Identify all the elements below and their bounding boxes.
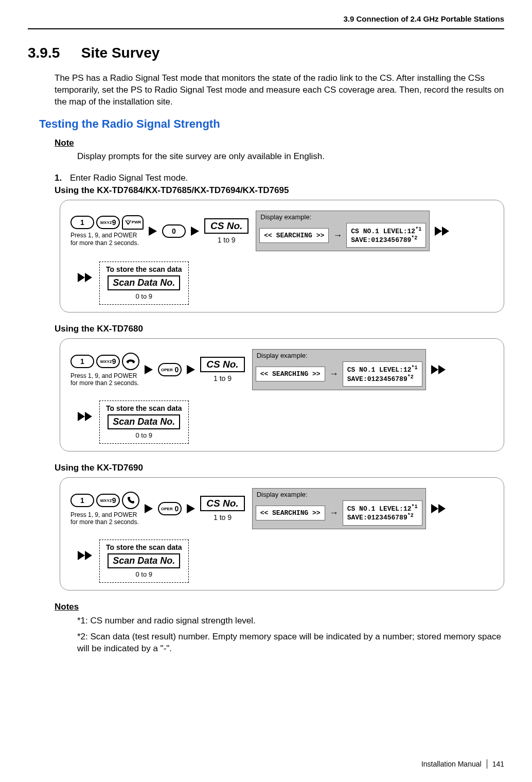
double-arrow-icon (78, 412, 93, 421)
svg-marker-15 (85, 412, 92, 421)
footer-page: 141 (492, 760, 504, 768)
key-9: WXYZ9 (96, 494, 120, 507)
flow-diagram: 1WXYZ9Press 1, 9, and POWERfor more than… (60, 477, 504, 590)
note-2: *2: Scan data (test result) number. Empt… (77, 631, 504, 655)
display-label: Display example: (260, 213, 426, 221)
note-label: Note (55, 138, 504, 148)
double-arrow-icon (431, 365, 447, 374)
flow-diagram: 1WXYZ9PWRPress 1, 9, and POWERfor more t… (60, 200, 504, 313)
svg-marker-19 (438, 504, 446, 513)
key-0: OPER 0 (158, 363, 182, 376)
arrow-icon (145, 365, 153, 374)
lcd-result: CS NO.1 LEVEL:12*1SAVE:0123456789*2 (343, 500, 422, 526)
lcd-result: CS NO.1 LEVEL:12*1SAVE:0123456789*2 (346, 223, 426, 248)
note-1: *1: CS number and radio signal strength … (77, 615, 504, 627)
notes-label: Notes (55, 602, 504, 612)
svg-marker-16 (145, 504, 153, 513)
key-1: 1 (70, 355, 94, 368)
svg-marker-11 (187, 365, 195, 374)
arrow-icon (145, 504, 153, 513)
cs-no-box: CS No. (200, 357, 244, 372)
svg-marker-8 (78, 273, 85, 282)
flow-heading: Using the KX-TD7680 (55, 324, 504, 334)
store-label: To store the scan data (106, 543, 182, 551)
store-scan-box: To store the scan dataScan Data No.0 to … (99, 401, 189, 444)
lcd-searching: << SEARCHING >> (256, 506, 325, 520)
section-name: Site Survey (81, 45, 160, 61)
svg-marker-18 (431, 504, 438, 513)
scan-data-no-box: Scan Data No. (108, 553, 180, 568)
arrow-icon (191, 227, 199, 236)
store-scan-box: To store the scan dataScan Data No.0 to … (99, 262, 189, 305)
key-9: WXYZ9 (96, 216, 120, 229)
step-text: Enter Radio Signal Test mode. (70, 173, 188, 183)
scan-data-no-box: Scan Data No. (108, 275, 180, 290)
flow-diagram: 1WXYZ9Press 1, 9, and POWERfor more than… (60, 338, 504, 451)
display-label: Display example: (257, 491, 422, 498)
arrow-icon (187, 504, 195, 513)
svg-line-3 (128, 220, 129, 221)
svg-marker-20 (78, 551, 85, 560)
scan-range: 0 to 9 (136, 292, 153, 300)
intro-paragraph: The PS has a Radio Signal Test mode that… (55, 73, 504, 108)
scan-range: 0 to 9 (136, 570, 153, 578)
key-0: 0 (162, 224, 186, 238)
svg-marker-17 (187, 504, 195, 513)
svg-marker-12 (431, 365, 438, 374)
store-label: To store the scan data (106, 404, 182, 412)
arrow-right-icon: → (329, 508, 339, 518)
press-note: Press 1, 9, and POWERfor more than 2 sec… (70, 372, 139, 387)
double-arrow-icon (431, 504, 447, 513)
section-title: 3.9.5 Site Survey (28, 45, 504, 61)
svg-marker-7 (442, 227, 449, 236)
lcd-result: CS NO.1 LEVEL:12*1SAVE:0123456789*2 (343, 361, 422, 387)
header-section: 3.9 Connection of 2.4 GHz Portable Stati… (28, 14, 504, 23)
store-scan-box: To store the scan dataScan Data No.0 to … (99, 540, 189, 583)
svg-marker-10 (145, 365, 153, 374)
cs-range: 1 to 9 (214, 374, 232, 383)
power-key (122, 353, 139, 370)
double-arrow-icon (78, 551, 93, 560)
double-arrow-icon (435, 227, 450, 236)
svg-marker-6 (435, 227, 442, 236)
lcd-searching: << SEARCHING >> (256, 367, 325, 381)
svg-marker-9 (85, 273, 92, 282)
header-divider (28, 28, 504, 29)
arrow-icon (149, 227, 157, 236)
footer-doc: Installation Manual (421, 760, 482, 768)
press-note: Press 1, 9, and POWERfor more than 2 sec… (70, 232, 139, 247)
svg-marker-13 (438, 365, 446, 374)
key-1: 1 (70, 216, 94, 229)
cs-range: 1 to 9 (218, 236, 236, 244)
cs-no-box: CS No. (204, 218, 249, 234)
subsection-title: Testing the Radio Signal Strength (39, 117, 504, 131)
svg-marker-4 (149, 227, 157, 236)
double-arrow-icon (78, 273, 93, 282)
arrow-right-icon: → (333, 230, 342, 241)
display-example: Display example:<< SEARCHING >>→CS NO.1 … (252, 349, 426, 390)
svg-marker-21 (85, 551, 92, 560)
display-example: Display example:<< SEARCHING >>→CS NO.1 … (252, 488, 426, 529)
arrow-right-icon: → (329, 369, 339, 379)
power-key: PWR (122, 215, 144, 230)
key-1: 1 (70, 494, 94, 507)
cs-no-box: CS No. (200, 496, 244, 511)
step-number: 1. (55, 173, 70, 183)
display-label: Display example: (257, 352, 422, 359)
svg-marker-14 (78, 412, 85, 421)
power-key (122, 492, 139, 509)
scan-data-no-box: Scan Data No. (108, 414, 180, 429)
cs-range: 1 to 9 (214, 513, 232, 522)
key-9: WXYZ9 (96, 355, 120, 368)
page-footer: Installation Manual 141 (28, 759, 504, 769)
note-text: Display prompts for the site survey are … (77, 151, 504, 162)
section-number: 3.9.5 (28, 45, 77, 61)
arrow-icon (187, 365, 195, 374)
flow-heading: Using the KX-TD7684/KX-TD7685/KX-TD7694/… (55, 185, 504, 196)
key-0: OPER 0 (158, 502, 182, 515)
flow-heading: Using the KX-TD7690 (55, 463, 504, 473)
press-note: Press 1, 9, and POWERfor more than 2 sec… (70, 511, 139, 526)
store-label: To store the scan data (106, 265, 182, 273)
display-example: Display example:<< SEARCHING >>→CS NO.1 … (256, 211, 430, 252)
svg-marker-5 (191, 227, 199, 236)
